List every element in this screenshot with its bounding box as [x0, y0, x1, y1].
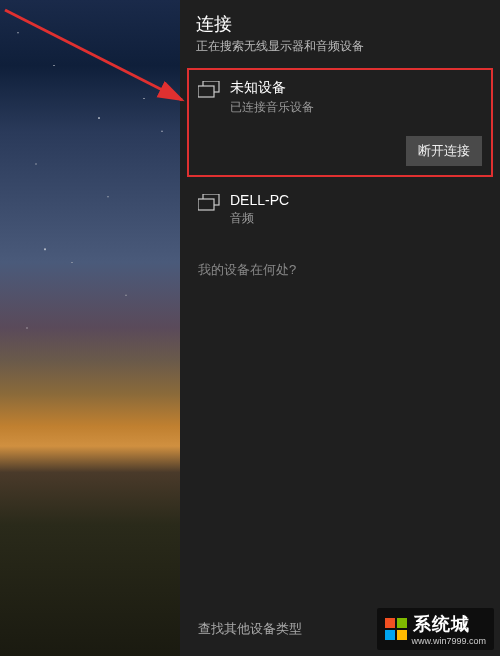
- panel-title: 连接: [196, 12, 484, 36]
- device-status: 已连接音乐设备: [230, 99, 314, 116]
- find-other-devices-link[interactable]: 查找其他设备类型: [198, 620, 302, 638]
- display-device-icon: [198, 81, 220, 99]
- watermark-brand: 系统城: [413, 614, 470, 634]
- device-item-unknown[interactable]: 未知设备 已连接音乐设备 断开连接: [188, 69, 492, 176]
- device-status: 音频: [230, 210, 289, 227]
- where-is-my-device-link[interactable]: 我的设备在何处?: [180, 247, 314, 293]
- disconnect-button[interactable]: 断开连接: [406, 136, 482, 166]
- desktop-wallpaper: [0, 0, 180, 656]
- connect-panel: 连接 正在搜索无线显示器和音频设备 未知设备 已连接音乐设备 断开连接: [180, 0, 500, 656]
- watermark: 系统城 www.win7999.com: [377, 608, 494, 650]
- panel-header: 连接 正在搜索无线显示器和音频设备: [180, 0, 500, 65]
- device-item-dellpc[interactable]: DELL-PC 音频: [188, 182, 492, 237]
- panel-subtitle: 正在搜索无线显示器和音频设备: [196, 38, 484, 55]
- display-device-icon: [198, 194, 220, 212]
- watermark-url: www.win7999.com: [411, 636, 486, 646]
- device-name: DELL-PC: [230, 192, 289, 208]
- svg-rect-1: [198, 86, 214, 97]
- device-name: 未知设备: [230, 79, 314, 97]
- device-list: 未知设备 已连接音乐设备 断开连接 DELL-PC 音频: [180, 65, 500, 247]
- windows-logo-icon: [385, 618, 407, 640]
- svg-rect-3: [198, 199, 214, 210]
